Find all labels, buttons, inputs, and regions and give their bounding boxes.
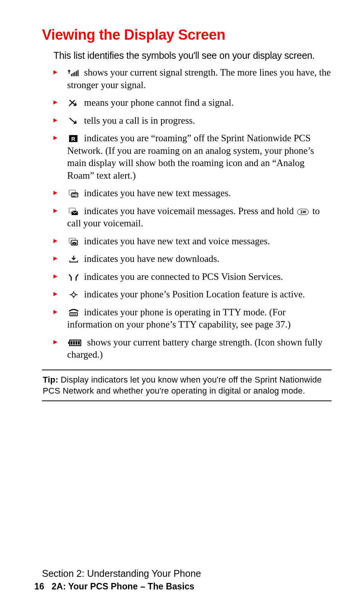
svg-rect-4 [77,70,79,76]
svg-rect-17 [68,342,70,344]
pcs-vision-icon [67,272,80,281]
svg-point-14 [72,293,75,296]
item-text: indicates your phone’s Position Location… [84,289,305,299]
svg-rect-15 [70,313,77,316]
svg-rect-2 [74,72,76,76]
tip-text: Display indicators let you know when you… [43,375,322,396]
list-item: indicates you have new downloads. [53,253,332,265]
svg-rect-19 [73,341,75,344]
item-text: indicates you are “roaming” off the Spri… [67,133,314,181]
list-item: shows your current signal strength. The … [53,66,332,91]
list-item: tells you a call is in progress. [53,115,332,127]
list-item: shows your current battery charge streng… [53,336,332,361]
tty-icon [67,308,80,316]
voicemail-icon [67,207,80,215]
page-heading: Viewing the Display Screen [42,27,332,43]
footer-section-line: Section 2: Understanding Your Phone [42,568,364,579]
item-text: indicates you have new downloads. [84,253,219,264]
svg-rect-21 [78,341,80,344]
footer-page-title: 2A: Your PCS Phone – The Basics [52,581,194,591]
tip-label: Tip: [43,375,58,384]
signal-bars-icon [67,68,80,76]
svg-rect-20 [76,341,77,344]
list-item: means your phone cannot find a signal. [53,97,332,109]
item-text: indicates you are connected to PCS Visio… [84,271,283,282]
item-text: means your phone cannot find a signal. [84,97,234,108]
list-item: indicates you are connected to PCS Visio… [53,271,332,283]
item-text: tells you a call is in progress. [84,115,195,126]
battery-icon [67,338,83,346]
page-footer: Section 2: Understanding Your Phone 16 2… [0,568,364,592]
text-voice-icon [67,237,80,245]
item-text: indicates you have new text and voice me… [84,236,270,246]
list-item: indicates your phone is operating in TTY… [53,306,332,331]
footer-page-number: 16 [34,581,44,591]
list-item: indicates you have voicemail messages. P… [53,205,332,230]
svg-rect-0 [71,74,72,76]
svg-rect-18 [71,341,72,344]
item-text: indicates you have voicemail messages. P… [84,206,296,216]
call-progress-icon [67,116,80,124]
item-text: indicates your phone is operating in TTY… [67,307,291,330]
item-text: indicates you have new text messages. [84,188,231,198]
footer-page-line: 16 2A: Your PCS Phone – The Basics [34,581,364,592]
list-item: R indicates you are “roaming” off the Sp… [53,132,332,182]
intro-text: This list identifies the symbols you'll … [53,50,332,61]
downloads-icon [67,254,80,263]
item-text: shows your current signal strength. The … [67,67,331,90]
text-message-icon [67,189,80,197]
svg-rect-3 [76,71,77,76]
no-signal-icon [67,98,80,107]
symbol-list: shows your current signal strength. The … [53,66,332,361]
key-1-voicemail: 1✉ [297,209,309,215]
svg-text:R: R [71,136,76,142]
list-item: indicates your phone’s Position Location… [53,288,332,301]
svg-rect-1 [72,73,74,76]
list-item: indicates you have new text messages. [53,187,332,200]
item-text: shows your current battery charge streng… [67,337,322,360]
tip-box: Tip: Display indicators let you know whe… [42,370,332,401]
roaming-icon: R [67,134,80,142]
position-icon [67,290,80,298]
list-item: indicates you have new text and voice me… [53,235,332,248]
